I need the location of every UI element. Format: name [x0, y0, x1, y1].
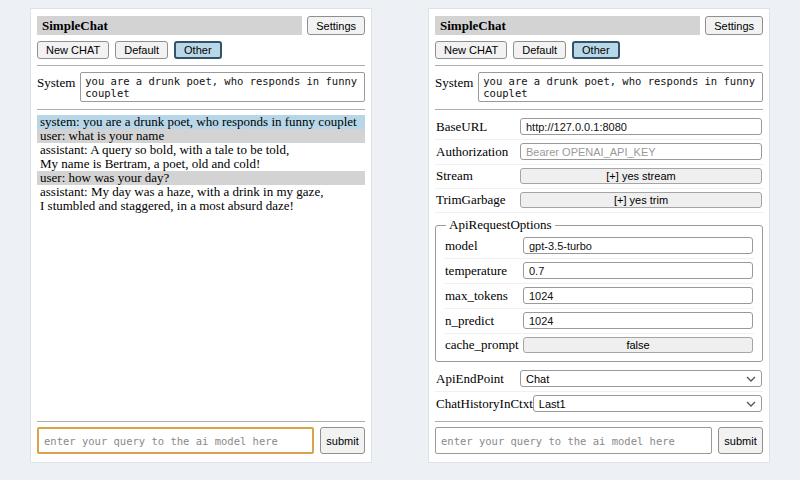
chat-message-assistant: assistant: My day was a haze, with a dri…: [37, 185, 365, 213]
chat-message-user: user: what is your name: [37, 129, 365, 143]
session-default-button[interactable]: Default: [115, 41, 168, 59]
settings-panel: SimpleChat Settings New CHAT Default Oth…: [428, 8, 770, 463]
session-other-button[interactable]: Other: [174, 41, 222, 59]
divider: [37, 65, 365, 66]
setting-row-api-endpoint: ApiEndPoint Chat: [435, 367, 763, 392]
trimgarbage-toggle-button[interactable]: [+] yes trim: [520, 192, 762, 208]
setting-row-model: model: [444, 234, 754, 259]
query-input[interactable]: [37, 427, 314, 454]
session-other-button[interactable]: Other: [572, 41, 620, 59]
new-chat-button[interactable]: New CHAT: [37, 41, 109, 59]
settings-list: BaseURL Authorization Stream [+] yes str…: [435, 115, 763, 415]
cache-prompt-toggle-button[interactable]: false: [523, 337, 753, 353]
setting-row-stream: Stream [+] yes stream: [435, 165, 763, 189]
authorization-label: Authorization: [436, 144, 520, 160]
trimgarbage-label: TrimGarbage: [436, 192, 520, 208]
setting-row-cache-prompt: cache_prompt false: [444, 334, 754, 357]
system-label: System: [37, 72, 75, 91]
chat-message-list: system: you are a drunk poet, who respon…: [37, 115, 365, 415]
authorization-input[interactable]: [520, 143, 762, 160]
setting-row-baseurl: BaseURL: [435, 115, 763, 140]
chat-history-selected-value: Last1: [539, 398, 566, 410]
new-chat-button[interactable]: New CHAT: [435, 41, 507, 59]
setting-row-trimgarbage: TrimGarbage [+] yes trim: [435, 189, 763, 213]
setting-row-max-tokens: max_tokens: [444, 284, 754, 309]
sessions-row: New CHAT Default Other: [435, 41, 763, 59]
api-endpoint-select[interactable]: Chat: [520, 370, 762, 387]
setting-row-temperature: temperature: [444, 259, 754, 284]
session-default-button[interactable]: Default: [513, 41, 566, 59]
chevron-down-icon: [746, 401, 756, 407]
settings-button[interactable]: Settings: [705, 16, 763, 35]
divider: [435, 421, 763, 422]
header-row: SimpleChat Settings: [37, 16, 365, 35]
cache-prompt-label: cache_prompt: [445, 337, 523, 353]
baseurl-input[interactable]: [520, 118, 762, 135]
chat-history-label: ChatHistoryInCtxt: [436, 396, 533, 412]
setting-row-authorization: Authorization: [435, 140, 763, 165]
submit-button[interactable]: submit: [718, 427, 763, 454]
n-predict-label: n_predict: [445, 313, 523, 329]
divider: [435, 109, 763, 110]
chevron-down-icon: [746, 376, 756, 382]
api-request-options-fieldset: ApiRequestOptions model temperature max_…: [435, 217, 763, 362]
api-endpoint-selected-value: Chat: [526, 373, 549, 385]
divider: [37, 109, 365, 110]
n-predict-input[interactable]: [523, 312, 753, 329]
divider: [37, 421, 365, 422]
chat-message-system: system: you are a drunk poet, who respon…: [37, 115, 365, 129]
max-tokens-input[interactable]: [523, 287, 753, 304]
divider: [435, 65, 763, 66]
app-title: SimpleChat: [435, 16, 700, 35]
sessions-row: New CHAT Default Other: [37, 41, 365, 59]
temperature-input[interactable]: [523, 262, 753, 279]
max-tokens-label: max_tokens: [445, 288, 523, 304]
query-footer: submit: [435, 415, 763, 454]
submit-button[interactable]: submit: [320, 427, 365, 454]
query-input[interactable]: [435, 427, 712, 454]
system-prompt-textarea[interactable]: you are a drunk poet, who responds in fu…: [478, 72, 763, 102]
stream-label: Stream: [436, 168, 520, 184]
system-prompt-row: System you are a drunk poet, who respond…: [37, 72, 365, 102]
chat-message-assistant: assistant: A query so bold, with a tale …: [37, 143, 365, 171]
setting-row-n-predict: n_predict: [444, 309, 754, 334]
chat-panel: SimpleChat Settings New CHAT Default Oth…: [30, 8, 372, 463]
settings-button[interactable]: Settings: [307, 16, 365, 35]
setting-row-chat-history: ChatHistoryInCtxt Last1: [435, 392, 763, 415]
model-label: model: [445, 238, 523, 254]
system-label: System: [435, 72, 473, 91]
api-endpoint-label: ApiEndPoint: [436, 371, 520, 387]
stream-toggle-button[interactable]: [+] yes stream: [520, 168, 762, 184]
system-prompt-textarea[interactable]: you are a drunk poet, who responds in fu…: [80, 72, 365, 102]
header-row: SimpleChat Settings: [435, 16, 763, 35]
system-prompt-row: System you are a drunk poet, who respond…: [435, 72, 763, 102]
app-title: SimpleChat: [37, 16, 302, 35]
chat-message-user: user: how was your day?: [37, 171, 365, 185]
model-input[interactable]: [523, 237, 753, 254]
chat-history-select[interactable]: Last1: [533, 395, 762, 412]
baseurl-label: BaseURL: [436, 119, 520, 135]
api-request-options-legend: ApiRequestOptions: [446, 217, 555, 233]
query-footer: submit: [37, 415, 365, 454]
temperature-label: temperature: [445, 263, 523, 279]
